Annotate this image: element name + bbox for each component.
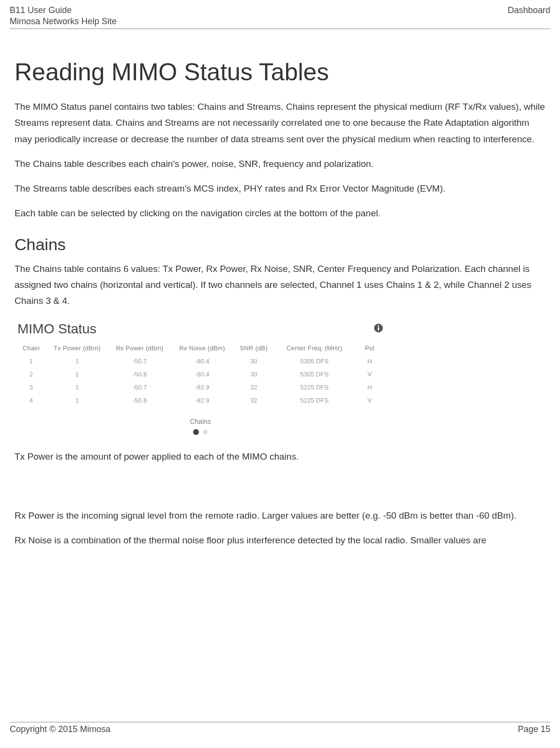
cell-chain: 3 bbox=[16, 381, 46, 394]
col-rxpower: Rx Power (dBm) bbox=[108, 342, 171, 355]
cell-tx: 1 bbox=[46, 368, 108, 381]
nav-label: Chains bbox=[16, 418, 384, 425]
cell-snr: 32 bbox=[233, 381, 274, 394]
cell-chain: 4 bbox=[16, 394, 46, 407]
cell-snr: 32 bbox=[233, 394, 274, 407]
doc-title-line2: Mimosa Networks Help Site bbox=[10, 16, 117, 27]
chains-table: Chain Tx Power (dBm) Rx Power (dBm) Rx N… bbox=[16, 342, 384, 407]
copyright: Copyright © 2015 Mimosa bbox=[10, 724, 110, 734]
table-header-row: Chain Tx Power (dBm) Rx Power (dBm) Rx N… bbox=[16, 342, 384, 355]
cell-chain: 2 bbox=[16, 368, 46, 381]
info-icon[interactable] bbox=[374, 323, 383, 335]
cell-rx: -50.6 bbox=[108, 394, 171, 407]
svg-point-1 bbox=[378, 325, 379, 327]
col-chain: Chain bbox=[16, 342, 46, 355]
cell-rx: -50.7 bbox=[108, 355, 171, 368]
section-name: Dashboard bbox=[508, 5, 550, 16]
mimo-status-panel: MIMO Status Chain Tx Po bbox=[16, 318, 384, 437]
nav-dot-streams[interactable] bbox=[203, 430, 208, 434]
col-txpower: Tx Power (dBm) bbox=[46, 342, 108, 355]
cell-pol: H bbox=[355, 355, 384, 368]
col-freq: Center Freq. (MHz) bbox=[274, 342, 355, 355]
page-header: B11 User Guide Mimosa Networks Help Site… bbox=[10, 0, 550, 27]
panel-title: MIMO Status bbox=[17, 321, 96, 337]
cell-snr: 30 bbox=[233, 368, 274, 381]
cell-rx: -50.7 bbox=[108, 381, 171, 394]
cell-freq: 5305 DFS bbox=[274, 355, 355, 368]
cell-noise: -82.9 bbox=[171, 381, 233, 394]
cell-freq: 5225 DFS bbox=[274, 394, 355, 407]
table-row: 3 1 -50.7 -82.9 32 5225 DFS H bbox=[16, 381, 384, 394]
svg-rect-2 bbox=[378, 327, 379, 330]
cell-freq: 5225 DFS bbox=[274, 381, 355, 394]
cell-pol: H bbox=[355, 381, 384, 394]
cell-tx: 1 bbox=[46, 381, 108, 394]
cell-tx: 1 bbox=[46, 355, 108, 368]
cell-chain: 1 bbox=[16, 355, 46, 368]
cell-freq: 5305 DFS bbox=[274, 368, 355, 381]
cell-rx: -50.6 bbox=[108, 368, 171, 381]
intro-paragraph-1: The MIMO Status panel contains two table… bbox=[15, 99, 545, 147]
cell-noise: -80.4 bbox=[171, 355, 233, 368]
cell-pol: V bbox=[355, 368, 384, 381]
cell-noise: -82.9 bbox=[171, 394, 233, 407]
col-pol: Pol bbox=[355, 342, 384, 355]
cell-noise: -80.4 bbox=[171, 368, 233, 381]
cell-tx: 1 bbox=[46, 394, 108, 407]
doc-title-line1: B11 User Guide bbox=[10, 5, 117, 16]
table-row: 4 1 -50.6 -82.9 32 5225 DFS V bbox=[16, 394, 384, 407]
nav-dot-chains[interactable] bbox=[193, 429, 199, 435]
col-rxnoise: Rx Noise (dBm) bbox=[171, 342, 233, 355]
rxpower-desc: Rx Power is the incoming signal level fr… bbox=[15, 508, 545, 524]
section-heading-chains: Chains bbox=[15, 235, 545, 254]
page-footer: Copyright © 2015 Mimosa Page 15 bbox=[10, 722, 550, 734]
intro-paragraph-4: Each table can be selected by clicking o… bbox=[15, 205, 545, 221]
table-row: 1 1 -50.7 -80.4 30 5305 DFS H bbox=[16, 355, 384, 368]
cell-pol: V bbox=[355, 394, 384, 407]
intro-paragraph-3: The Streams table describes each stream'… bbox=[15, 180, 545, 196]
table-row: 2 1 -50.6 -80.4 30 5305 DFS V bbox=[16, 368, 384, 381]
chains-desc: The Chains table contains 6 values: Tx P… bbox=[15, 261, 545, 309]
cell-snr: 30 bbox=[233, 355, 274, 368]
txpower-desc: Tx Power is the amount of power applied … bbox=[15, 449, 545, 464]
intro-paragraph-2: The Chains table describes each chain's … bbox=[15, 156, 545, 172]
page-title: Reading MIMO Status Tables bbox=[15, 58, 545, 86]
col-snr: SNR (dB) bbox=[233, 342, 274, 355]
rxnoise-desc: Rx Noise is a combination of the thermal… bbox=[15, 532, 545, 548]
page-number: Page 15 bbox=[518, 724, 550, 734]
